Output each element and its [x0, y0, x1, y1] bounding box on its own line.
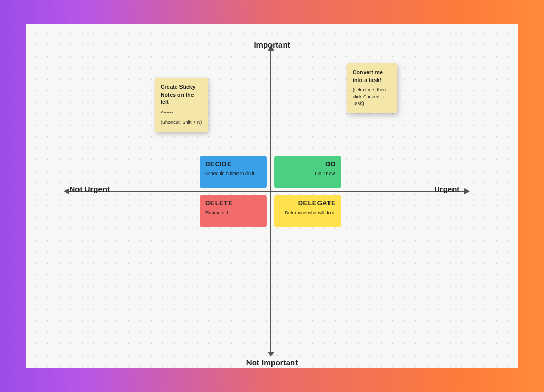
quadrant-subtitle: Do it now. — [279, 171, 336, 176]
axis-label-bottom: Not Important — [235, 358, 309, 367]
quadrant-decide[interactable]: DECIDE Schedule a time to do it. — [200, 156, 267, 188]
quadrant-title: DO — [279, 160, 336, 168]
axis-label-left: Not Urgent — [63, 185, 115, 193]
sticky-title: Create Sticky Notes on the left — [161, 83, 202, 106]
sticky-note-convert[interactable]: Convert me into a task! (select me, then… — [347, 63, 397, 113]
canvas-dot-grid[interactable]: Important Not Important Not Urgent Urgen… — [26, 24, 518, 368]
quadrant-title: DELETE — [205, 199, 262, 207]
sticky-note-instructions[interactable]: Create Sticky Notes on the left <------ … — [155, 78, 208, 132]
quadrant-subtitle: Determine who will do it. — [279, 210, 336, 215]
quadrant-delete[interactable]: DELETE Eliminate it. — [200, 195, 267, 227]
sticky-hint: (select me, then click Convert → Task) — [353, 87, 392, 107]
quadrant-title: DECIDE — [205, 160, 262, 168]
quadrant-do[interactable]: DO Do it now. — [274, 156, 341, 188]
axis-vertical — [270, 50, 271, 353]
quadrant-subtitle: Schedule a time to do it. — [205, 171, 262, 176]
quadrant-subtitle: Eliminate it. — [205, 210, 262, 215]
quadrant-title: DELEGATE — [279, 199, 336, 207]
sticky-title: Convert me into a task! — [353, 68, 392, 84]
arrowhead-down-icon — [268, 352, 274, 357]
sticky-hint: (Shortcut: Shift + N) — [161, 119, 202, 126]
axis-label-top: Important — [246, 40, 298, 49]
sticky-arrow: <------ — [161, 109, 202, 116]
quadrant-delegate[interactable]: DELEGATE Determine who will do it. — [274, 195, 341, 227]
axis-horizontal — [68, 191, 466, 192]
axis-label-right: Urgent — [429, 185, 481, 193]
